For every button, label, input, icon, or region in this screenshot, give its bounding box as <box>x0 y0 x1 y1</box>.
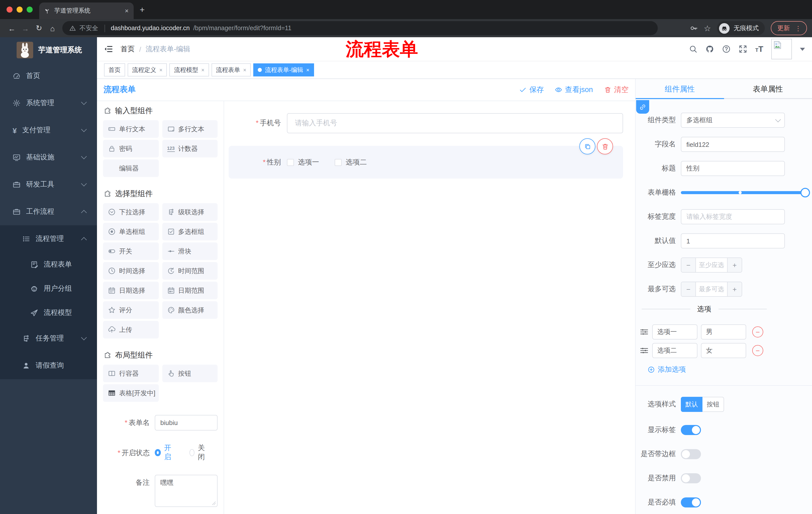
window-close-button[interactable] <box>6 6 12 12</box>
min-select-placeholder[interactable]: 至少应选 <box>696 258 727 272</box>
toggle-disabled[interactable] <box>681 473 701 483</box>
bookmark-star-icon[interactable]: ☆ <box>704 23 711 33</box>
decrease-button[interactable]: − <box>682 258 696 272</box>
window-maximize-button[interactable] <box>27 6 33 12</box>
phone-input[interactable]: 请输入手机号 <box>287 113 623 133</box>
palette-item-cascader[interactable]: 级联选择 <box>162 203 218 221</box>
tab-process-def[interactable]: 流程定义× <box>127 63 167 77</box>
tab-form-props[interactable]: 表单属性 <box>724 79 812 99</box>
close-icon[interactable]: × <box>159 67 163 73</box>
tab-process-model[interactable]: 流程模型× <box>170 63 209 77</box>
toggle-required[interactable] <box>681 497 701 508</box>
palette-item-upload[interactable]: 上传 <box>103 321 158 339</box>
title-input[interactable]: 性别 <box>681 161 785 176</box>
increase-button[interactable]: + <box>727 258 742 272</box>
style-button-button[interactable]: 按钮 <box>702 397 724 412</box>
component-type-select[interactable]: 多选框组 <box>681 113 785 128</box>
sidebar-item-workflow[interactable]: 工作流程 <box>0 198 97 225</box>
option-label-input[interactable]: 选项一 <box>652 324 697 340</box>
sidebar-item-devtools[interactable]: 研发工具 <box>0 171 97 198</box>
checkbox-box[interactable] <box>287 159 294 166</box>
sidebar-item-process-model[interactable]: 流程模型 <box>0 301 97 325</box>
save-button[interactable]: 保存 <box>519 85 544 94</box>
home-icon[interactable]: ⌂ <box>46 24 59 32</box>
sidebar-item-task-mgmt[interactable]: 任务管理 <box>0 325 97 352</box>
palette-item-date-range[interactable]: 日期范围 <box>162 282 218 299</box>
toggle-show-label[interactable] <box>681 425 701 435</box>
selected-canvas-component[interactable]: *性别 选项一选项二 <box>229 146 623 179</box>
browser-tab[interactable]: 芋道管理系统 × <box>39 2 134 19</box>
remove-option-button[interactable]: − <box>752 326 763 337</box>
sidebar-item-process-mgmt[interactable]: 流程管理 <box>0 225 97 252</box>
tab-home[interactable]: 首页 <box>104 63 125 77</box>
drag-handle-icon[interactable] <box>640 346 649 355</box>
clear-button[interactable]: 清空 <box>604 85 629 94</box>
palette-item-multi-text[interactable]: 多行文本 <box>162 120 218 138</box>
window-minimize-button[interactable] <box>17 6 23 12</box>
toggle-bordered[interactable] <box>681 449 701 459</box>
reload-icon[interactable]: ↻ <box>32 24 46 33</box>
palette-item-slider[interactable]: 滑块 <box>162 242 218 260</box>
decrease-button[interactable]: − <box>682 282 696 296</box>
sidebar-item-home[interactable]: 首页 <box>0 62 97 89</box>
field-name-input[interactable]: field122 <box>681 137 785 152</box>
palette-item-editor[interactable]: 编辑器 <box>103 159 158 177</box>
forward-icon[interactable]: → <box>19 24 32 32</box>
checkbox-box[interactable] <box>335 159 342 166</box>
view-json-button[interactable]: 查看json <box>555 85 593 94</box>
resize-handle[interactable] <box>211 501 215 505</box>
palette-item-date-picker[interactable]: 日期选择 <box>103 282 158 299</box>
sidebar-item-payment[interactable]: ¥支付管理 <box>0 117 97 144</box>
palette-item-checkbox-group[interactable]: 多选框组 <box>162 223 218 240</box>
palette-item-counter[interactable]: 123计数器 <box>162 140 218 157</box>
canvas-checkbox-option[interactable]: 选项二 <box>335 158 367 167</box>
option-value-input[interactable]: 女 <box>701 343 746 358</box>
breadcrumb-home[interactable]: 首页 <box>121 45 135 54</box>
palette-item-select[interactable]: 下拉选择 <box>103 203 158 221</box>
copy-component-button[interactable] <box>579 138 596 154</box>
default-value-input[interactable]: 1 <box>681 233 785 248</box>
palette-item-single-text[interactable]: 单行文本 <box>103 120 158 138</box>
form-grid-slider[interactable] <box>681 185 807 200</box>
option-value-input[interactable]: 男 <box>701 324 746 340</box>
avatar-caret-down-icon[interactable] <box>800 48 805 51</box>
remove-option-button[interactable]: − <box>752 345 763 356</box>
help-icon[interactable] <box>722 45 731 53</box>
palette-item-table[interactable]: 表格[开发中] <box>103 384 158 402</box>
back-icon[interactable]: ← <box>5 24 19 32</box>
palette-item-color-picker[interactable]: 颜色选择 <box>162 301 218 319</box>
add-option-button[interactable]: 添加选项 <box>648 365 785 374</box>
new-tab-button[interactable]: + <box>140 5 145 15</box>
style-default-button[interactable]: 默认 <box>681 397 702 412</box>
close-icon[interactable]: × <box>243 67 246 73</box>
palette-item-password[interactable]: 密码 <box>103 140 158 157</box>
chain-link-icon[interactable] <box>636 100 649 114</box>
font-size-icon[interactable]: TT <box>755 45 763 54</box>
sidebar-item-leave-query[interactable]: 请假查询 <box>0 352 97 379</box>
drag-handle-icon[interactable] <box>640 327 649 336</box>
sidebar-fold-icon[interactable] <box>104 45 113 53</box>
sidebar-item-user-group[interactable]: 用户分组 <box>0 277 97 301</box>
close-icon[interactable]: × <box>201 67 204 73</box>
sidebar-item-system[interactable]: 系统管理 <box>0 89 97 117</box>
canvas-checkbox-option[interactable]: 选项一 <box>287 158 319 167</box>
browser-menu-icon[interactable]: ⋮ <box>795 24 802 32</box>
close-icon[interactable]: × <box>306 67 310 73</box>
delete-component-button[interactable] <box>597 138 613 154</box>
tab-process-form[interactable]: 流程表单× <box>211 63 251 77</box>
palette-item-button[interactable]: 按钮 <box>162 364 218 382</box>
option-label-input[interactable]: 选项二 <box>652 343 697 358</box>
tab-close-icon[interactable]: × <box>125 7 128 15</box>
status-radio-off[interactable]: 关闭 <box>190 443 207 462</box>
max-select-placeholder[interactable]: 最多可选 <box>696 282 727 296</box>
slider-handle[interactable] <box>801 188 810 197</box>
tab-component-props[interactable]: 组件属性 <box>636 79 724 99</box>
palette-item-time-range[interactable]: 时间范围 <box>162 262 218 280</box>
increase-button[interactable]: + <box>727 282 742 296</box>
fullscreen-icon[interactable] <box>738 45 747 53</box>
password-key-icon[interactable] <box>690 24 698 32</box>
update-button[interactable]: 更新 ⋮ <box>771 21 807 35</box>
form-remark-textarea[interactable]: 嘿嘿 <box>155 475 218 507</box>
url-bar[interactable]: 不安全 dashboard.yudao.iocoder.cn/bpm/manag… <box>62 21 658 35</box>
status-radio-on[interactable]: 开启 <box>155 443 172 462</box>
